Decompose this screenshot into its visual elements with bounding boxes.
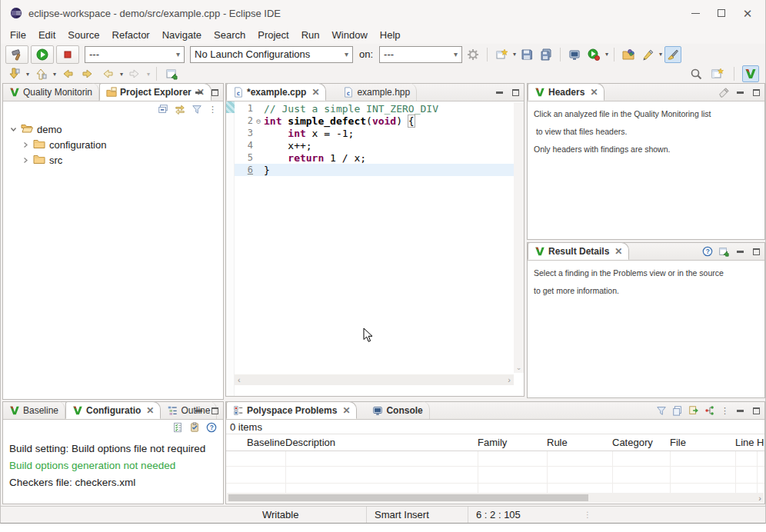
format-brush-button[interactable] <box>664 46 681 63</box>
search-button[interactable] <box>688 65 704 82</box>
maximize-view-button[interactable] <box>209 87 220 98</box>
chevron-down-icon[interactable]: ▾ <box>513 51 516 58</box>
tab-quality-monitoring[interactable]: Quality Monitorin <box>3 83 99 101</box>
maximize-button[interactable] <box>708 2 734 25</box>
open-element-button[interactable] <box>620 46 637 63</box>
minimize-view-button[interactable] <box>193 87 204 98</box>
editor-hscrollbar[interactable]: ‹ › <box>235 374 514 385</box>
open-console-button[interactable] <box>566 46 583 63</box>
target-settings-button[interactable] <box>465 46 481 63</box>
code-line-4[interactable]: 4 x++; <box>235 139 514 151</box>
column-header-h[interactable]: H <box>757 437 766 448</box>
column-header-rule[interactable]: Rule <box>547 437 612 448</box>
chevron-down-icon[interactable]: ▾ <box>26 71 29 78</box>
clear-headers-button[interactable] <box>718 87 729 98</box>
editor-vscrollbar[interactable]: ⌄ <box>514 102 524 373</box>
run-analysis-button[interactable] <box>31 45 54 64</box>
code-line-5[interactable]: 5 return 1 / x; <box>235 151 514 164</box>
menu-item-help[interactable]: Help <box>374 28 407 42</box>
open-perspective-button[interactable] <box>709 65 726 82</box>
minimize-view-button[interactable] <box>193 405 204 416</box>
minimize-button[interactable] <box>682 2 708 25</box>
save-all-button[interactable] <box>538 46 555 63</box>
close-button[interactable]: ✕ <box>734 2 761 25</box>
scroll-right-icon[interactable]: › <box>508 375 511 384</box>
view-menu-icon[interactable]: ⋮ <box>721 406 729 416</box>
minimize-view-button[interactable] <box>734 87 745 98</box>
mark-occurrences-button[interactable] <box>639 46 656 63</box>
menu-item-refactor[interactable]: Refactor <box>106 28 156 42</box>
next-annotation-button[interactable] <box>79 65 96 82</box>
save-button[interactable] <box>518 46 535 63</box>
minimize-view-button[interactable] <box>494 87 505 98</box>
column-header-family[interactable]: Family <box>478 437 547 448</box>
chevron-down-icon[interactable]: ▾ <box>120 71 123 78</box>
chevron-collapsed-icon[interactable] <box>22 141 29 148</box>
code-line-6[interactable]: 6} <box>235 164 514 176</box>
back-history-button[interactable] <box>99 65 116 82</box>
menu-item-search[interactable]: Search <box>208 28 251 42</box>
tab-close-icon[interactable]: ✕ <box>614 246 622 257</box>
menu-item-navigate[interactable]: Navigate <box>156 28 208 42</box>
column-header-line[interactable]: Line <box>735 437 757 448</box>
tab-headers[interactable]: Headers ✕ <box>528 83 604 101</box>
problems-hscrollbar[interactable]: › <box>227 493 764 503</box>
tab-example-hpp[interactable]: c example.hpp <box>337 83 417 101</box>
filter-problems-button[interactable] <box>656 405 667 416</box>
export-problems-button[interactable] <box>688 405 699 416</box>
forward-history-button[interactable] <box>126 65 143 82</box>
fold-marker-icon[interactable]: ⊖ <box>253 117 264 125</box>
help-icon[interactable]: ? <box>206 422 217 433</box>
menu-item-source[interactable]: Source <box>62 28 105 42</box>
column-header-baseline[interactable]: Baseline <box>247 437 285 448</box>
tab-polyspace-problems[interactable]: Polyspace Problems ✕ <box>226 401 357 419</box>
link-with-editor-button[interactable] <box>163 65 180 82</box>
menu-item-project[interactable]: Project <box>251 28 295 42</box>
scrollbar-thumb[interactable] <box>228 494 588 501</box>
checkers-list-icon[interactable] <box>172 422 183 433</box>
stop-analysis-button[interactable] <box>56 45 79 64</box>
chevron-down-icon[interactable]: ▾ <box>605 51 608 58</box>
build-config-combo[interactable]: --- ▾ <box>85 46 185 63</box>
problems-table-body[interactable] <box>226 451 764 496</box>
column-header-description[interactable]: Description <box>285 437 478 448</box>
scroll-down-icon[interactable]: ⌄ <box>514 364 524 371</box>
show-hierarchy-button[interactable] <box>704 405 715 416</box>
minimize-view-button[interactable] <box>734 405 745 416</box>
maximize-view-button[interactable] <box>751 246 761 257</box>
menu-item-file[interactable]: File <box>4 28 32 42</box>
tab-close-icon[interactable]: ✕ <box>146 405 154 416</box>
tree-item-configuration[interactable]: configuration <box>3 137 223 152</box>
filter-icon[interactable] <box>192 104 202 115</box>
new-wizard-button[interactable] <box>493 46 510 63</box>
scroll-right-icon[interactable]: › <box>758 494 761 503</box>
tab-console[interactable]: Console <box>366 401 429 419</box>
previous-annotation-button[interactable] <box>59 65 76 82</box>
chevron-down-icon[interactable]: ▾ <box>53 71 56 78</box>
chevron-collapsed-icon[interactable] <box>22 157 29 164</box>
copy-problems-button[interactable] <box>672 405 683 416</box>
open-in-window-button[interactable] <box>718 246 729 257</box>
column-header-category[interactable]: Category <box>612 437 670 448</box>
tab-result-details[interactable]: Result Details ✕ <box>528 242 629 260</box>
code-area[interactable]: 1// Just a simple INT_ZERO_DIV2⊖int simp… <box>235 102 514 176</box>
link-editor-icon[interactable] <box>175 104 185 115</box>
chevron-down-icon[interactable]: ▾ <box>147 71 150 78</box>
maximize-view-button[interactable] <box>510 87 521 98</box>
collapse-all-icon[interactable] <box>158 104 168 115</box>
menu-item-edit[interactable]: Edit <box>32 28 62 42</box>
polyspace-perspective-button[interactable] <box>742 65 759 82</box>
chevron-expanded-icon[interactable] <box>9 126 17 133</box>
tab-close-icon[interactable]: ✕ <box>311 87 319 98</box>
help-button[interactable]: ? <box>702 246 713 257</box>
minimize-view-button[interactable] <box>734 246 745 257</box>
edit-configuration-icon[interactable] <box>189 422 200 433</box>
maximize-view-button[interactable] <box>751 87 761 98</box>
tab-close-icon[interactable]: ✕ <box>590 87 598 98</box>
code-line-3[interactable]: 3 int x = -1; <box>235 127 514 139</box>
maximize-view-button[interactable] <box>209 405 220 416</box>
tab-example-cpp[interactable]: c *example.cpp ✕ <box>226 83 326 101</box>
previous-edit-location-button[interactable] <box>32 65 49 82</box>
code-line-1[interactable]: 1// Just a simple INT_ZERO_DIV <box>235 102 514 115</box>
tab-baseline[interactable]: Baseline <box>3 401 65 419</box>
